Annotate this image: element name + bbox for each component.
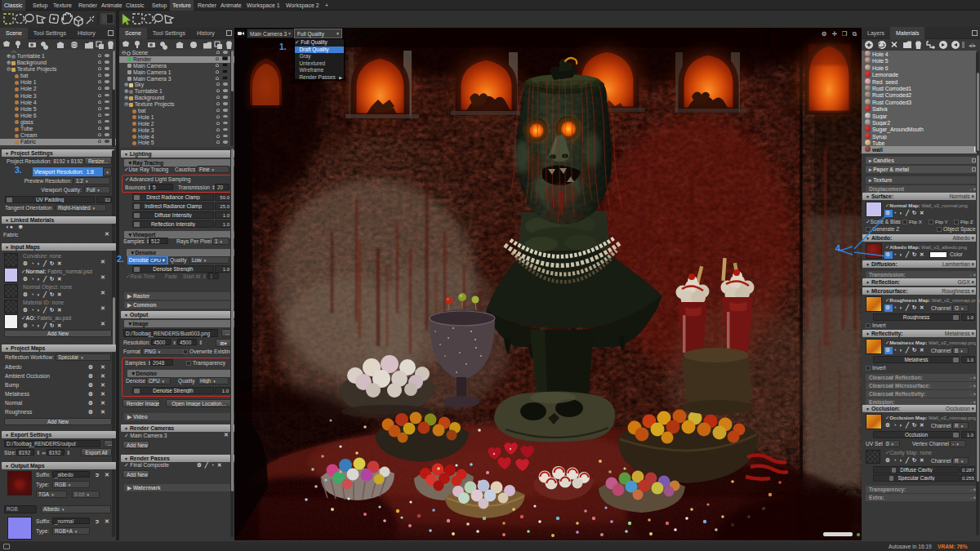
svg-text:◂/▸: ◂/▸ (969, 42, 976, 48)
